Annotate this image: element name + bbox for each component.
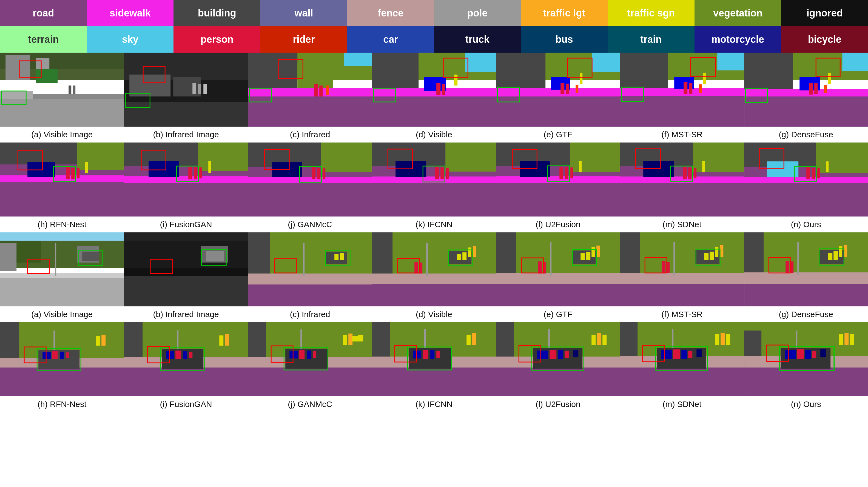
svg-rect-18 <box>204 84 207 94</box>
s1-label-c: (c) Infrared <box>248 127 372 143</box>
svg-rect-144 <box>693 143 744 172</box>
s2-label-k: (k) IFCNN <box>372 396 496 412</box>
svg-rect-149 <box>688 168 691 179</box>
svg-rect-28 <box>314 84 318 96</box>
svg-rect-199 <box>372 284 496 306</box>
section1-label-row2: (h) RFN-Nest (i) FusionGAN (j) GANMcC (k… <box>0 216 868 233</box>
svg-rect-186 <box>248 233 270 279</box>
s2-n-ours-seg <box>744 322 868 396</box>
svg-rect-323 <box>558 350 563 359</box>
svg-rect-309 <box>436 351 440 358</box>
svg-rect-293 <box>343 335 347 345</box>
s2-h-rfnnest-seg <box>0 322 124 396</box>
svg-rect-31 <box>344 53 372 66</box>
svg-rect-344 <box>720 333 725 345</box>
svg-rect-6 <box>0 91 33 99</box>
svg-rect-322 <box>550 350 556 359</box>
svg-rect-137 <box>565 167 568 179</box>
svg-rect-275 <box>176 351 181 359</box>
s2-f-mstsr-seg <box>620 233 744 306</box>
svg-rect-126 <box>440 168 444 179</box>
svg-rect-212 <box>496 273 620 284</box>
svg-rect-174 <box>82 251 99 261</box>
svg-rect-239 <box>744 233 764 278</box>
svg-rect-37 <box>418 53 465 69</box>
svg-rect-340 <box>681 350 687 359</box>
section2-label-row2: (h) RFN-Nest (i) FusionGAN (j) GANMcC (k… <box>0 396 868 412</box>
section2-label-row1: (a) Visible Image (b) Infrared Image (c)… <box>0 306 868 322</box>
legend-bicycle: bicycle <box>781 26 868 53</box>
svg-rect-47 <box>496 53 546 88</box>
legend-person: person <box>174 26 260 53</box>
s1-label-g: (g) DenseFuse <box>744 127 868 143</box>
legend-motorcycle: motorcycle <box>694 26 781 53</box>
svg-rect-78 <box>824 85 827 93</box>
svg-rect-277 <box>189 352 193 358</box>
svg-rect-278 <box>220 335 224 345</box>
svg-rect-169 <box>0 243 17 271</box>
svg-rect-198 <box>372 274 496 284</box>
svg-rect-151 <box>702 161 705 172</box>
svg-rect-123 <box>372 183 496 216</box>
svg-rect-248 <box>839 246 842 257</box>
svg-rect-35 <box>372 53 418 88</box>
svg-rect-203 <box>462 252 466 260</box>
svg-rect-16 <box>193 83 196 94</box>
svg-rect-260 <box>52 351 58 359</box>
svg-rect-264 <box>101 335 105 345</box>
s1-h-rfnnest-seg <box>0 143 124 216</box>
legend-sky: sky <box>87 26 174 53</box>
svg-rect-327 <box>597 333 601 345</box>
s2-label-l: (l) U2Fusion <box>496 396 620 412</box>
svg-rect-62 <box>620 96 744 127</box>
svg-rect-181 <box>124 276 248 306</box>
section2-img-row2 <box>0 322 868 396</box>
svg-rect-112 <box>248 183 372 216</box>
svg-rect-261 <box>60 352 64 359</box>
s1-label-j: (j) GANMcC <box>248 216 372 233</box>
svg-rect-136 <box>559 166 563 179</box>
svg-rect-104 <box>199 168 202 178</box>
svg-rect-360 <box>839 334 843 345</box>
s1-k-ifcnn-seg <box>372 143 496 216</box>
svg-rect-72 <box>842 53 868 71</box>
svg-rect-163 <box>826 161 829 172</box>
svg-rect-55 <box>580 73 582 84</box>
svg-rect-232 <box>662 261 665 273</box>
s2-label-f: (f) MST-SR <box>620 306 744 322</box>
svg-rect-228 <box>673 242 675 275</box>
svg-rect-202 <box>457 254 461 260</box>
svg-rect-17 <box>198 84 202 94</box>
svg-rect-361 <box>844 333 848 345</box>
svg-rect-52 <box>560 83 564 94</box>
svg-rect-158 <box>744 183 868 216</box>
svg-rect-77 <box>814 83 817 94</box>
svg-rect-321 <box>537 351 548 359</box>
svg-rect-9 <box>73 86 75 94</box>
svg-rect-15 <box>174 77 201 96</box>
svg-rect-363 <box>744 322 868 331</box>
s2-label-c: (c) Infrared <box>248 306 372 322</box>
legend-rider: rider <box>260 26 347 53</box>
svg-rect-276 <box>183 351 187 359</box>
svg-rect-116 <box>322 168 325 179</box>
svg-rect-325 <box>573 350 578 357</box>
section1-label-row1: (a) Visible Image (b) Infrared Image (c)… <box>0 127 868 143</box>
svg-rect-246 <box>785 261 789 273</box>
svg-rect-292 <box>313 351 316 358</box>
svg-rect-26 <box>248 88 372 96</box>
svg-rect-29 <box>319 86 322 96</box>
s2-label-m: (m) SDNet <box>620 396 744 412</box>
svg-rect-93 <box>0 143 27 153</box>
s2-j-ganmcc-seg <box>248 322 372 396</box>
svg-rect-86 <box>0 175 124 182</box>
svg-rect-339 <box>673 349 680 359</box>
s1-label-h: (h) RFN-Nest <box>0 216 124 233</box>
legend-ignored: ignored <box>781 0 868 26</box>
svg-rect-192 <box>334 254 339 260</box>
legend-row-1: road sidewalk building wall fence pole t… <box>0 0 868 26</box>
svg-rect-138 <box>570 168 573 178</box>
legend-row-2: terrain sky person rider car truck bus t… <box>0 26 868 53</box>
svg-rect-249 <box>844 245 847 257</box>
svg-rect-271 <box>124 367 248 396</box>
